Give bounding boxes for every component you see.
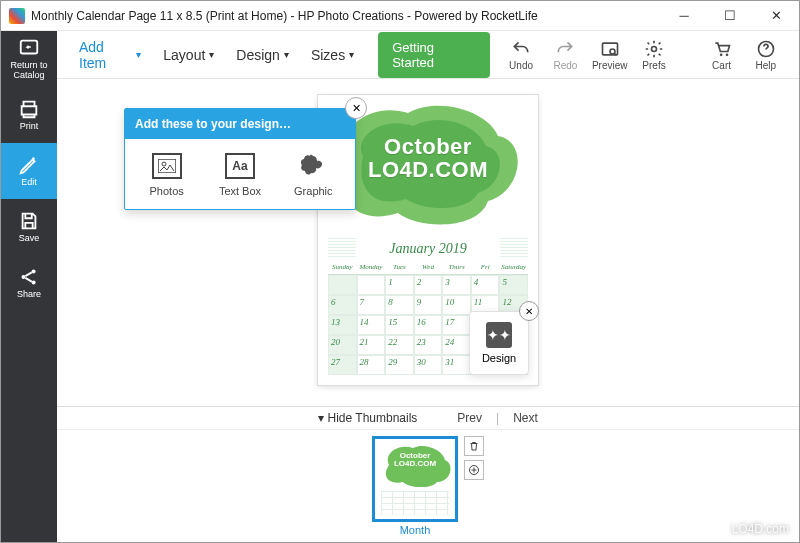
undo-button[interactable]: Undo [502, 39, 540, 71]
add-item-menu[interactable]: Add Item ▾ [71, 33, 149, 77]
button-label: Undo [509, 60, 533, 71]
calendar-cell: 13 [328, 315, 357, 335]
calendar-cell: 3 [442, 275, 471, 295]
prev-thumbnail-button[interactable]: Prev [457, 411, 482, 425]
chevron-down-icon: ▾ [136, 49, 141, 60]
sidebar-item-label: Save [19, 234, 40, 244]
cart-button[interactable]: Cart [702, 39, 740, 71]
sidebar-item-return-to-catalog[interactable]: Return to Catalog [1, 31, 57, 87]
svg-point-6 [652, 46, 657, 51]
redo-icon [555, 39, 575, 59]
calendar-cell: 20 [328, 335, 357, 355]
button-label: Redo [553, 60, 577, 71]
calendar-cell: 14 [357, 315, 386, 335]
add-item-popover: ✕ Add these to your design… Photos Aa Te… [124, 108, 356, 210]
design-tool-popup[interactable]: ✕ ✦✦ Design [469, 311, 529, 375]
add-graphic-button[interactable]: Graphic [280, 153, 346, 197]
calendar-cell: 16 [414, 315, 443, 335]
prefs-button[interactable]: Prefs [635, 39, 673, 71]
button-label: Help [756, 60, 777, 71]
maximize-button[interactable]: ☐ [707, 1, 753, 31]
calendar-cell: 10 [442, 295, 471, 315]
photos-icon [152, 153, 182, 179]
sidebar-item-label: Edit [21, 178, 37, 188]
textbox-icon: Aa [225, 153, 255, 179]
calendar-cell: 27 [328, 355, 357, 375]
sidebar-item-print[interactable]: Print [1, 87, 57, 143]
popover-item-label: Text Box [219, 185, 261, 197]
separator: | [496, 411, 499, 425]
help-button[interactable]: Help [747, 39, 785, 71]
preview-icon [600, 39, 620, 59]
layout-menu[interactable]: Layout ▾ [155, 41, 222, 69]
sidebar-item-label: Print [20, 122, 39, 132]
gear-icon [644, 39, 664, 59]
calendar-cell [357, 275, 386, 295]
trash-icon [468, 440, 480, 452]
sidebar-item-save[interactable]: Save [1, 199, 57, 255]
svg-point-3 [32, 281, 36, 285]
hide-thumbnails-button[interactable]: ▾ Hide Thumbnails [318, 411, 417, 425]
chevron-down-icon: ▾ [284, 49, 289, 60]
menu-label: Layout [163, 47, 205, 63]
preview-button[interactable]: Preview [591, 39, 629, 71]
svg-point-2 [32, 270, 36, 274]
calendar-cell: 4 [471, 275, 500, 295]
close-icon[interactable]: ✕ [345, 97, 367, 119]
sizes-menu[interactable]: Sizes ▾ [303, 41, 362, 69]
calendar-cell: 23 [414, 335, 443, 355]
delete-page-button[interactable] [464, 436, 484, 456]
svg-point-5 [610, 49, 615, 54]
chevron-down-icon: ▾ [209, 49, 214, 60]
toolbar: Add Item ▾ Layout ▾ Design ▾ Sizes ▾ Get… [57, 31, 799, 79]
svg-point-1 [21, 275, 25, 279]
thumbnail-label: Month [372, 524, 458, 536]
app-icon [9, 8, 25, 24]
calendar-cell: 6 [328, 295, 357, 315]
add-photos-button[interactable]: Photos [134, 153, 200, 197]
sidebar-item-edit[interactable]: Edit [1, 143, 57, 199]
share-icon [18, 266, 40, 288]
add-textbox-button[interactable]: Aa Text Box [207, 153, 273, 197]
redo-button[interactable]: Redo [546, 39, 584, 71]
plus-icon [468, 464, 480, 476]
save-icon [18, 210, 40, 232]
next-thumbnail-button[interactable]: Next [513, 411, 538, 425]
return-icon [18, 37, 40, 59]
close-button[interactable]: ✕ [753, 1, 799, 31]
calendar-month-title: January 2019 [318, 241, 538, 257]
minimize-button[interactable]: ─ [661, 1, 707, 31]
close-icon[interactable]: ✕ [519, 301, 539, 321]
add-page-button[interactable] [464, 460, 484, 480]
calendar-cell: 17 [442, 315, 471, 335]
calendar-cell: 1 [385, 275, 414, 295]
calendar-day-header: Monday [357, 263, 386, 275]
edit-icon [18, 154, 40, 176]
calendar-cell: 24 [442, 335, 471, 355]
calendar-cell: 29 [385, 355, 414, 375]
design-menu[interactable]: Design ▾ [228, 41, 297, 69]
calendar-cell: 22 [385, 335, 414, 355]
window-title: Monthly Calendar Page 11 x 8.5 (Print at… [31, 9, 661, 23]
calendar-cell: 9 [414, 295, 443, 315]
calendar-day-header: Saturday [499, 263, 528, 275]
popover-title: Add these to your design… [125, 109, 355, 139]
menu-label: Add Item [79, 39, 132, 71]
calendar-day-header: Wed [414, 263, 443, 275]
thumb-line2: LO4D.COM [375, 460, 455, 468]
getting-started-button[interactable]: Getting Started [378, 32, 490, 78]
thumbnail-item[interactable]: October LO4D.COM Month [372, 436, 458, 536]
calendar-cell: 28 [357, 355, 386, 375]
thumbnail-preview[interactable]: October LO4D.COM [372, 436, 458, 522]
sidebar-item-label: Return to Catalog [1, 61, 57, 81]
svg-point-8 [725, 53, 728, 56]
cart-icon [712, 39, 732, 59]
thumbnail-grid [381, 491, 449, 515]
sidebar-item-share[interactable]: Share [1, 255, 57, 311]
hide-thumb-label: Hide Thumbnails [328, 411, 418, 425]
print-icon [18, 98, 40, 120]
button-label: Preview [592, 60, 628, 71]
design-tool-label: Design [482, 352, 516, 364]
svg-point-7 [719, 53, 722, 56]
calendar-cell: 31 [442, 355, 471, 375]
